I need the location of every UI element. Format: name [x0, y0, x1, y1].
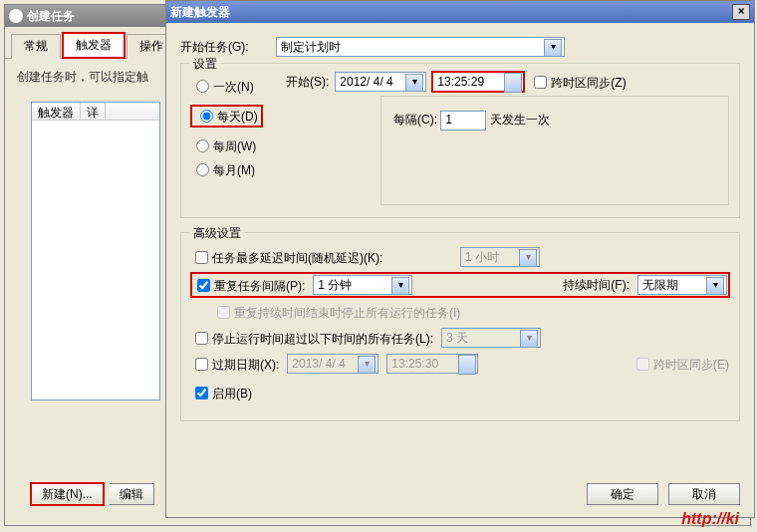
bottom-button-row: 新建(N)... 编辑	[31, 483, 154, 505]
repeat-checkbox[interactable]: 重复任务间隔(P):	[193, 276, 305, 295]
new-trigger-title: 新建触发器	[170, 4, 230, 21]
start-time-spinner[interactable]: 13:25:29▲▼	[432, 72, 524, 92]
expire-date-picker: 2013/ 4/ 4	[287, 354, 378, 374]
enabled-checkbox[interactable]: 启用(B)	[191, 384, 252, 402]
trigger-listbox[interactable]: 触发器 详	[31, 102, 160, 400]
expire-tz-checkbox: 跨时区同步(E)	[632, 355, 729, 374]
edit-trigger-button[interactable]: 编辑	[110, 483, 154, 505]
radio-once[interactable]: 一次(N)	[191, 77, 281, 96]
delay-checkbox[interactable]: 任务最多延迟时间(随机延迟)(K):	[191, 248, 382, 267]
list-col-detail: 详	[81, 103, 106, 120]
close-icon[interactable]: ×	[732, 4, 750, 20]
settings-fieldset: 设置 一次(N) 每天(D) 每周(W) 每月(M) 开始(S): 2012/ …	[180, 63, 740, 218]
stop-after-select: 3 天	[441, 328, 541, 348]
repeat-interval-select[interactable]: 1 分钟	[313, 275, 412, 295]
radio-monthly[interactable]: 每月(M)	[191, 160, 281, 179]
list-header: 触发器 详	[32, 103, 159, 121]
start-task-select[interactable]: 制定计划时	[276, 37, 565, 57]
tab-triggers[interactable]: 触发器	[63, 33, 125, 58]
watermark-text: http://ki	[681, 510, 739, 528]
stop-after-checkbox[interactable]: 停止运行时间超过以下时间的所有任务(L):	[191, 329, 433, 348]
recur-panel: 每隔(C): 1 天发生一次	[380, 96, 729, 205]
expire-checkbox[interactable]: 过期日期(X):	[191, 355, 279, 374]
cancel-button[interactable]: 取消	[668, 483, 740, 505]
recur-suffix: 天发生一次	[490, 113, 550, 127]
start-task-label: 开始任务(G):	[180, 39, 270, 56]
advanced-fieldset: 高级设置 任务最多延迟时间(随机延迟)(K): 1 小时 重复任务间隔(P): …	[180, 232, 740, 421]
radio-daily[interactable]: 每天(D)	[191, 106, 262, 127]
stop-at-end-checkbox: 重复持续时间结束时停止所有运行的任务(I)	[213, 303, 460, 322]
expire-time-spinner: 13:25:30▲▼	[386, 354, 478, 374]
dialog-button-bar: 确定 取消	[587, 483, 740, 505]
clock-icon	[9, 9, 23, 23]
settings-legend: 设置	[189, 56, 221, 73]
tab-general[interactable]: 常规	[11, 34, 61, 59]
delay-select: 1 小时	[460, 247, 540, 267]
start-date-picker[interactable]: 2012/ 4/ 4	[335, 72, 426, 92]
frequency-radios: 一次(N) 每天(D) 每周(W) 每月(M)	[191, 72, 281, 184]
ok-button[interactable]: 确定	[587, 483, 658, 505]
new-trigger-button[interactable]: 新建(N)...	[31, 483, 104, 505]
duration-select[interactable]: 无限期	[637, 275, 727, 295]
duration-label: 持续时间(F):	[563, 277, 630, 294]
create-task-title: 创建任务	[27, 8, 75, 25]
new-trigger-dialog: 新建触发器 × 开始任务(G): 制定计划时 设置 一次(N) 每天(D) 每周…	[165, 0, 755, 518]
advanced-legend: 高级设置	[189, 225, 245, 242]
recur-value-input[interactable]: 1	[440, 111, 486, 131]
recur-label: 每隔(C):	[393, 113, 437, 127]
cross-timezone-checkbox[interactable]: 跨时区同步(Z)	[530, 73, 626, 92]
start-label: 开始(S):	[286, 74, 329, 91]
list-col-trigger: 触发器	[32, 103, 81, 120]
radio-weekly[interactable]: 每周(W)	[191, 136, 281, 155]
new-trigger-titlebar: 新建触发器 ×	[166, 1, 754, 23]
